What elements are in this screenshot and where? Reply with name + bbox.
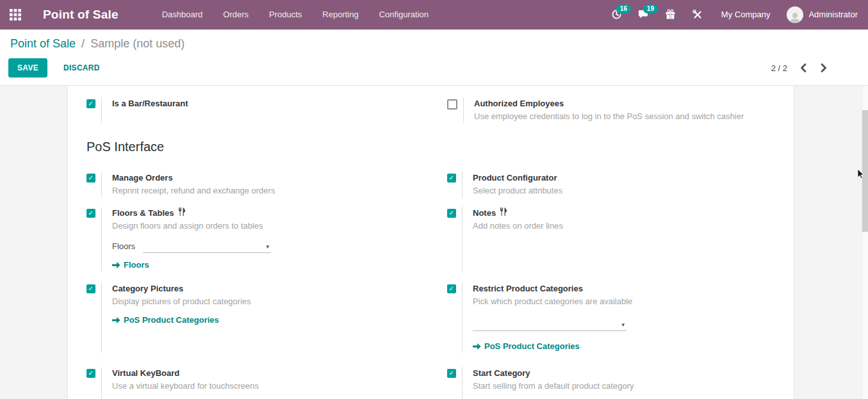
- cutlery-icon: [500, 207, 507, 220]
- menu-reporting[interactable]: Reporting: [315, 4, 366, 24]
- settings-sheet: Is a Bar/Restaurant Authorized Employees…: [67, 86, 794, 399]
- setting-label: Floors & Tables: [112, 207, 174, 220]
- avatar: [787, 6, 803, 23]
- setting-is-a-bar-restaurant: Is a Bar/Restaurant: [86, 97, 440, 123]
- menu-dashboard[interactable]: Dashboard: [154, 4, 211, 24]
- main-menu: Dashboard Orders Products Reporting Conf…: [154, 4, 436, 24]
- setting-label: Notes: [473, 207, 496, 220]
- setting-category-pictures: Category Pictures Display pictures of pr…: [86, 282, 440, 353]
- setting-virtual-keyboard: Virtual KeyBoard Use a virtual keyboard …: [86, 367, 440, 399]
- setting-label: Authorized Employees: [474, 97, 564, 110]
- setting-floors-tables: Floors & Tables Design floors and assign…: [86, 207, 440, 272]
- setting-start-category: Start Category Start selling from a defa…: [440, 367, 794, 399]
- discard-button[interactable]: DISCARD: [55, 59, 108, 77]
- setting-notes: Notes Add notes on order lines: [440, 207, 794, 272]
- pager-next-button[interactable]: [819, 62, 828, 74]
- setting-description: Select product attributes: [473, 184, 768, 197]
- floors-field-label: Floors: [112, 240, 135, 253]
- arrow-right-icon: [112, 317, 120, 323]
- floors-field-row: Floors ▾: [112, 240, 414, 253]
- messages-icon[interactable]: 19: [637, 9, 651, 20]
- vertical-scrollbar[interactable]: [862, 86, 868, 399]
- authorized-employees-checkbox[interactable]: [447, 99, 457, 110]
- setting-description: Design floors and assign orders to table…: [112, 220, 414, 232]
- start-category-checkbox[interactable]: [447, 369, 456, 378]
- tools-icon[interactable]: [691, 9, 705, 20]
- setting-manage-orders: Manage Orders Reprint receipt, refund an…: [86, 172, 440, 197]
- breadcrumb-separator: /: [81, 37, 85, 50]
- breadcrumb-parent[interactable]: Point of Sale: [10, 37, 76, 50]
- user-name: Administrator: [808, 10, 858, 19]
- apps-menu-icon[interactable]: [8, 8, 22, 22]
- restrict-categories-select[interactable]: ▾: [473, 318, 626, 331]
- setting-description: Display pictures of product categories: [112, 295, 414, 308]
- control-panel: Point of Sale / Sample (not used) SAVE D…: [0, 29, 868, 86]
- messages-badge: 19: [643, 4, 658, 13]
- setting-label: Product Configurator: [473, 172, 557, 184]
- pos-product-categories-link[interactable]: PoS Product Categories: [473, 340, 580, 353]
- setting-description: Use employee credentials to log in to th…: [474, 110, 768, 123]
- setting-label: Category Pictures: [112, 282, 183, 295]
- category-pictures-checkbox[interactable]: [86, 284, 95, 293]
- menu-orders[interactable]: Orders: [215, 4, 256, 24]
- activities-icon[interactable]: 16: [610, 9, 624, 20]
- setting-label: Manage Orders: [112, 172, 173, 184]
- breadcrumb: Point of Sale / Sample (not used): [0, 29, 868, 53]
- settings-content: Is a Bar/Restaurant Authorized Employees…: [0, 86, 868, 399]
- restrict-categories-field-row: ▾: [473, 318, 768, 331]
- floors-link[interactable]: Floors: [112, 259, 149, 272]
- user-menu[interactable]: Administrator: [787, 6, 858, 23]
- setting-description: Pick which product categories are availa…: [473, 295, 768, 308]
- restrict-product-categories-checkbox[interactable]: [447, 284, 456, 293]
- setting-restrict-product-categories: Restrict Product Categories Pick which p…: [440, 282, 794, 353]
- arrow-right-icon: [473, 343, 481, 350]
- scrollbar-thumb[interactable]: [862, 110, 868, 232]
- setting-product-configurator: Product Configurator Select product attr…: [440, 172, 794, 197]
- is-a-bar-restaurant-checkbox[interactable]: [86, 99, 95, 108]
- pager: 2 / 2: [771, 62, 858, 74]
- setting-description: Use a virtual keyboard for touchscreens: [112, 380, 414, 393]
- setting-description: Start selling from a default product cat…: [473, 380, 768, 393]
- setting-label: Is a Bar/Restaurant: [112, 97, 188, 110]
- pager-previous-button[interactable]: [799, 62, 808, 74]
- dropdown-caret-icon: ▾: [266, 243, 272, 250]
- menu-configuration[interactable]: Configuration: [372, 4, 436, 24]
- dropdown-caret-icon: ▾: [621, 322, 626, 328]
- activities-badge: 16: [616, 4, 631, 13]
- setting-description: Reprint receipt, refund and exchange ord…: [112, 184, 414, 197]
- setting-authorized-employees: Authorized Employees Use employee creden…: [440, 97, 794, 123]
- cutlery-icon: [178, 207, 186, 220]
- virtual-keyboard-checkbox[interactable]: [86, 369, 95, 378]
- app-title[interactable]: Point of Sale: [31, 8, 119, 22]
- setting-label: Start Category: [473, 367, 530, 380]
- gift-icon[interactable]: [664, 9, 678, 20]
- product-configurator-checkbox[interactable]: [447, 174, 456, 183]
- pos-product-categories-link[interactable]: PoS Product Categories: [112, 314, 219, 327]
- floors-select[interactable]: ▾: [143, 240, 271, 253]
- company-switcher[interactable]: My Company: [721, 10, 771, 19]
- notes-checkbox[interactable]: [447, 209, 456, 218]
- setting-label: Virtual KeyBoard: [112, 367, 179, 380]
- save-button[interactable]: SAVE: [8, 58, 47, 77]
- section-title-pos-interface: PoS Interface: [86, 140, 794, 154]
- manage-orders-checkbox[interactable]: [86, 174, 95, 183]
- menu-products[interactable]: Products: [261, 4, 309, 24]
- setting-label: Restrict Product Categories: [473, 282, 583, 295]
- arrow-right-icon: [112, 262, 120, 268]
- floors-tables-checkbox[interactable]: [86, 209, 95, 218]
- setting-description: Add notes on order lines: [473, 220, 768, 232]
- top-navbar: Point of Sale Dashboard Orders Products …: [0, 0, 868, 29]
- breadcrumb-current: Sample (not used): [90, 37, 184, 50]
- pager-count: 2 / 2: [771, 63, 787, 73]
